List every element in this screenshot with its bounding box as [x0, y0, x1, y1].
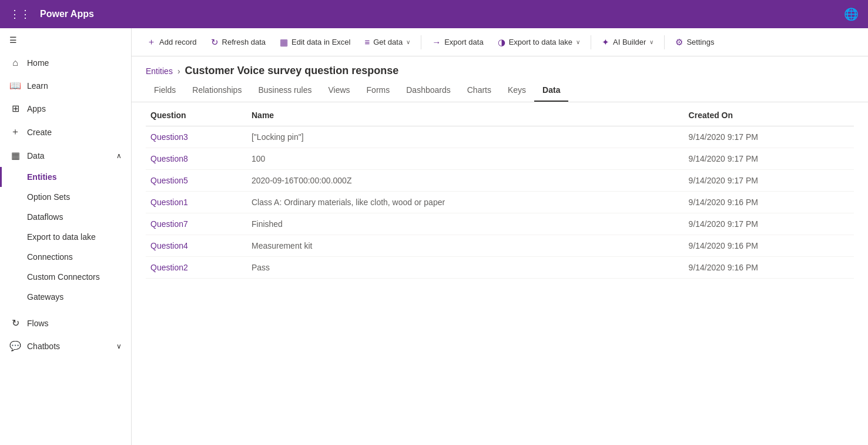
- sidebar-item-label: Create: [27, 128, 52, 137]
- data-table: Question Name Created On Question3["Lock…: [146, 102, 854, 279]
- ai-builder-chevron-icon: ∨: [649, 39, 653, 45]
- table-row: Question2Pass9/14/2020 9:16 PM: [146, 257, 854, 279]
- chatbots-icon: 💬: [9, 340, 21, 352]
- table-row: Question7Finished9/14/2020 9:17 PM: [146, 213, 854, 235]
- cell-question[interactable]: Question3: [146, 126, 247, 148]
- cell-created-on: 9/14/2020 9:17 PM: [684, 148, 854, 170]
- cell-question[interactable]: Question4: [146, 235, 247, 257]
- sidebar-item-chatbots[interactable]: 💬 Chatbots ∨: [0, 334, 131, 357]
- cell-name: Class A: Ordinary materials, like cloth,…: [247, 192, 684, 213]
- refresh-data-button[interactable]: ↻ Refresh data: [205, 34, 272, 51]
- sidebar-item-entities[interactable]: Entities: [0, 167, 131, 187]
- sidebar-item-flows[interactable]: ↻ Flows: [0, 312, 131, 334]
- cell-created-on: 9/14/2020 9:17 PM: [684, 213, 854, 235]
- sidebar-item-connections[interactable]: Connections: [0, 247, 131, 267]
- cell-created-on: 9/14/2020 9:16 PM: [684, 235, 854, 257]
- ai-builder-button[interactable]: ✦ AI Builder ∨: [596, 34, 659, 51]
- content-area: ＋ Add record ↻ Refresh data ▦ Edit data …: [132, 28, 868, 445]
- cell-question[interactable]: Question5: [146, 170, 247, 192]
- sidebar-item-option-sets[interactable]: Option Sets: [0, 187, 131, 207]
- sidebar-item-create[interactable]: ＋ Create: [0, 120, 131, 144]
- export-data-icon: →: [432, 37, 441, 47]
- sidebar-item-learn[interactable]: 📖 Learn: [0, 74, 131, 97]
- cell-question[interactable]: Question2: [146, 257, 247, 279]
- cell-name: Measurement kit: [247, 235, 684, 257]
- expand-chatbots-icon: ∨: [116, 342, 122, 350]
- tab-relationships[interactable]: Relationships: [184, 79, 250, 102]
- col-name: Name: [247, 102, 684, 126]
- sidebar-item-custom-connectors[interactable]: Custom Connectors: [0, 267, 131, 287]
- sidebar-item-label: Data: [27, 151, 45, 160]
- sidebar-item-export-data-lake[interactable]: Export to data lake: [0, 227, 131, 247]
- cell-created-on: 9/14/2020 9:16 PM: [684, 192, 854, 213]
- cell-created-on: 9/14/2020 9:17 PM: [684, 126, 854, 148]
- sidebar-item-gateways[interactable]: Gateways: [0, 287, 131, 307]
- cell-created-on: 9/14/2020 9:17 PM: [684, 170, 854, 192]
- cell-created-on: 9/14/2020 9:16 PM: [684, 257, 854, 279]
- cell-name: 100: [247, 148, 684, 170]
- table-row: Question81009/14/2020 9:17 PM: [146, 148, 854, 170]
- learn-icon: 📖: [9, 80, 21, 91]
- toolbar-divider-3: [664, 35, 665, 49]
- get-data-icon: ≡: [364, 37, 370, 47]
- table-row: Question3["Locking pin"]9/14/2020 9:17 P…: [146, 126, 854, 148]
- cell-question[interactable]: Question1: [146, 192, 247, 213]
- add-record-button[interactable]: ＋ Add record: [141, 33, 203, 51]
- refresh-icon: ↻: [211, 37, 219, 48]
- toolbar-divider-2: [591, 35, 591, 49]
- export-data-button[interactable]: → Export data: [426, 34, 490, 51]
- main-layout: ☰ ⌂ Home 📖 Learn ⊞ Apps ＋ Create ▦ Data …: [0, 28, 868, 445]
- export-lake-chevron-icon: ∨: [576, 39, 580, 45]
- sidebar-item-data[interactable]: ▦ Data ∧: [0, 144, 131, 167]
- breadcrumb: Entities › Customer Voice survey questio…: [132, 56, 868, 77]
- cell-question[interactable]: Question7: [146, 213, 247, 235]
- app-title: Power Apps: [40, 9, 844, 19]
- col-question: Question: [146, 102, 247, 126]
- toolbar: ＋ Add record ↻ Refresh data ▦ Edit data …: [132, 28, 868, 56]
- cell-name: 2020-09-16T00:00:00.000Z: [247, 170, 684, 192]
- table-row: Question52020-09-16T00:00:00.000Z9/14/20…: [146, 170, 854, 192]
- table-row: Question4Measurement kit9/14/2020 9:16 P…: [146, 235, 854, 257]
- edit-data-excel-button[interactable]: ▦ Edit data in Excel: [274, 34, 356, 51]
- tab-business-rules[interactable]: Business rules: [250, 79, 320, 102]
- add-record-icon: ＋: [147, 36, 156, 48]
- get-data-button[interactable]: ≡ Get data ∨: [358, 34, 416, 51]
- sidebar: ☰ ⌂ Home 📖 Learn ⊞ Apps ＋ Create ▦ Data …: [0, 28, 132, 445]
- toolbar-divider-1: [421, 35, 421, 49]
- globe-icon[interactable]: 🌐: [844, 7, 859, 21]
- tab-data[interactable]: Data: [534, 79, 568, 102]
- tab-views[interactable]: Views: [320, 79, 358, 102]
- flows-icon: ↻: [9, 317, 21, 329]
- col-created-on: Created On: [684, 102, 854, 126]
- tab-dashboards[interactable]: Dashboards: [398, 79, 459, 102]
- sidebar-item-home[interactable]: ⌂ Home: [0, 52, 131, 74]
- tab-keys[interactable]: Keys: [500, 79, 534, 102]
- cell-name: Finished: [247, 213, 684, 235]
- breadcrumb-parent-link[interactable]: Entities: [146, 66, 173, 76]
- export-lake-icon: ◑: [498, 37, 505, 48]
- settings-button[interactable]: ⚙ Settings: [669, 34, 720, 51]
- export-to-lake-button[interactable]: ◑ Export to data lake ∨: [492, 34, 586, 51]
- sidebar-item-label: Learn: [27, 81, 48, 91]
- sidebar-item-dataflows[interactable]: Dataflows: [0, 207, 131, 227]
- tab-charts[interactable]: Charts: [459, 79, 500, 102]
- sidebar-item-apps[interactable]: ⊞ Apps: [0, 97, 131, 120]
- breadcrumb-separator: ›: [177, 66, 180, 76]
- home-icon: ⌂: [9, 58, 21, 68]
- create-icon: ＋: [9, 126, 21, 138]
- tab-forms[interactable]: Forms: [358, 79, 398, 102]
- sidebar-item-label: Home: [27, 58, 49, 68]
- sidebar-hamburger[interactable]: ☰: [0, 28, 131, 52]
- app-launcher-icon[interactable]: ⋮⋮: [9, 8, 31, 21]
- ai-builder-icon: ✦: [602, 37, 609, 48]
- tab-fields[interactable]: Fields: [146, 79, 184, 102]
- cell-question[interactable]: Question8: [146, 148, 247, 170]
- table-row: Question1Class A: Ordinary materials, li…: [146, 192, 854, 213]
- cell-name: ["Locking pin"]: [247, 126, 684, 148]
- data-icon: ▦: [9, 150, 21, 161]
- breadcrumb-current: Customer Voice survey question response: [185, 65, 399, 77]
- expand-data-icon: ∧: [116, 152, 122, 160]
- excel-icon: ▦: [280, 37, 288, 48]
- cell-name: Pass: [247, 257, 684, 279]
- tabs-bar: Fields Relationships Business rules View…: [132, 79, 868, 102]
